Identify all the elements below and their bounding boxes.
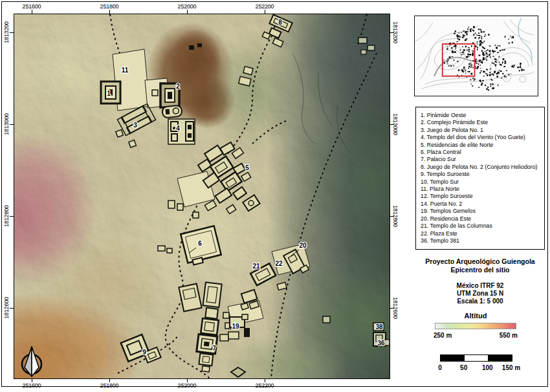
axis-tick [390,32,394,33]
map-layout-page: 81112345620212219793836 [0,0,550,392]
axis-tick [390,124,394,125]
feature-number-label: 36 [377,340,385,347]
overview-inset-map [414,16,538,96]
axis-tick [10,124,14,125]
utm-zone-label: UTM Zona 15 N [415,290,545,298]
axis-tick [10,32,14,33]
altitude-range-labels: 250 m 550 m [434,332,518,339]
legend-item: 9. Templo Suroeste [421,171,544,178]
altitude-max-label: 550 m [500,332,518,339]
axis-tick [265,10,265,14]
axis-tick [32,10,32,14]
inset-structure-speckles [442,26,524,91]
legend-item: 1. Pirámide Oeste [421,112,544,119]
legend-item-list: 1. Pirámide Oeste2. Complejo Pirámide Es… [421,112,544,245]
scalebar-label: 150 m [502,364,520,371]
legend-box: 1. Pirámide Oeste2. Complejo Pirámide Es… [415,107,545,250]
axis-tick [390,216,394,217]
scale-bar-segment [441,355,465,361]
feature-number-label: 3 [133,122,137,129]
inset-river [518,18,532,61]
legend-item: 7. Palacio Sur [421,156,544,163]
legend-item: 14. Puerta No. 2 [421,201,544,208]
feature-number-label: 7 [212,345,216,352]
project-title: Proyecto Arqueológico Guiengola [415,257,545,266]
legend-item: 20. Residencia Este [421,215,544,223]
title-block: Proyecto Arqueológico Guiengola Epicentr… [415,257,545,305]
feature-number-label: 6 [198,240,202,247]
axis-coordinate-label: 251800 [100,3,119,10]
legend-item: 8. Juego de Pelota No. 2 (Conjunto Helio… [421,164,544,171]
axis-coordinate-label: 252200 [256,382,274,389]
legend-item: 6. Plaza Central [421,149,544,156]
hillshade-map-canvas: 81112345620212219793836 [14,14,390,378]
legend-item: 10. Templo Sur [421,179,544,186]
axis-tick [187,378,188,382]
altitude-color-ramp [435,323,516,329]
north-arrow-icon [16,344,47,380]
axis-coordinate-label: 1812600 [3,297,10,319]
scalebar-label: 0 [438,364,442,371]
legend-item: 5. Residencias de elite Norte [421,142,544,149]
legend-item: 36. Templo 381 [421,237,544,245]
feature-number-label: 4 [176,125,180,132]
datum-label: México ITRF 92 [415,282,545,290]
map-subtitle: Epicentro del sitio [415,266,545,274]
altitude-legend-title: Altitud [435,312,516,320]
axis-coordinate-label: 1812800 [3,205,10,227]
axis-coordinate-label: 251600 [23,3,41,10]
scalebar-label: 50 [460,364,467,371]
feature-number-label: 9 [142,349,146,356]
axis-tick [109,10,110,14]
feature-number-label: 21 [252,263,260,270]
feature-number-label: 1 [107,90,111,97]
legend-item: 19. Templos Gemelos [421,208,544,215]
scale-bar-segment [488,355,512,361]
feature-number-label: 11 [122,67,129,74]
axis-coordinate-label: 252200 [256,3,274,10]
scale-label: Escala 1: 5 000 [415,298,545,305]
axis-coordinate-label: 251800 [100,382,119,389]
axis-coordinate-label: 251600 [23,382,41,389]
legend-item: 4. Templo del dios del Viento (Yoo Guete… [421,134,544,141]
feature-number-label: 19 [232,323,239,330]
feature-number-label: 8 [278,19,282,26]
axis-tick [32,378,32,382]
altitude-min-label: 250 m [434,332,452,339]
feature-number-label: 5 [245,164,249,171]
scale-bar [440,354,512,362]
axis-tick [10,308,14,309]
legend-item: 12. Templo Suroeste [421,193,544,200]
axis-tick [187,10,188,14]
inset-canvas [415,16,536,94]
axis-coordinate-label: 252000 [178,382,197,389]
axis-coordinate-label: 252000 [178,3,197,10]
legend-item: 11. Plaza Norte [421,186,544,193]
feature-number-label: 2 [176,83,180,90]
feature-number-label: 38 [375,323,383,331]
axis-tick [390,308,394,309]
legend-item: 3. Juego de Pelota No. 1 [421,127,544,134]
feature-number-label: 20 [299,242,307,249]
legend-item: 2. Complejo Pirámide Este [421,119,544,126]
axis-tick [265,378,265,382]
scale-bar-segment [465,355,489,361]
feature-number-label: 22 [275,260,283,267]
axis-tick [109,378,110,382]
axis-tick [10,216,14,217]
main-map: 81112345620212219793836 [14,14,390,379]
scalebar-label: 100 [482,364,493,371]
legend-item: 22. Plaza Este [421,230,544,237]
axis-coordinate-label: 1813200 [3,21,10,43]
axis-coordinate-label: 1813000 [3,113,10,135]
legend-item: 21. Templo de las Columnas [421,223,544,230]
